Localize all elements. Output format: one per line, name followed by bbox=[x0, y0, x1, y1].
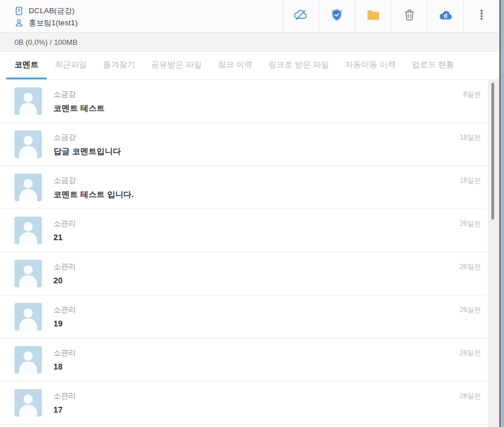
toolbar: d bbox=[282, 0, 499, 32]
tab[interactable]: 링크 이력 bbox=[210, 52, 260, 79]
comment-author: 소관리 bbox=[53, 305, 460, 315]
tab-bar: 코멘트 최근파일 즐겨찾기 공유받은 파일 링크 이력 링크로 받은 파일 자동… bbox=[0, 52, 499, 80]
comment-text: 코멘트 테스트 입니다. bbox=[53, 190, 460, 200]
comment-list-area: 소금강 코멘트 테스트 6일전 bbox=[0, 80, 499, 427]
identity-block: DCLAB(금강) 홍보팀1(test1) bbox=[0, 0, 78, 32]
user-row: 홍보팀1(test1) bbox=[14, 17, 78, 29]
tab[interactable]: 코멘트 bbox=[6, 52, 47, 79]
cloud-sync-icon: d bbox=[438, 7, 453, 25]
shield-check-button[interactable] bbox=[318, 0, 355, 32]
comment-text: 20 bbox=[53, 276, 460, 285]
avatar bbox=[14, 217, 42, 244]
comment-body: 소관리 18 bbox=[53, 346, 460, 381]
comment-author: 소관리 bbox=[53, 218, 460, 229]
avatar bbox=[14, 389, 42, 417]
user-name: 홍보팀1(test1) bbox=[29, 18, 78, 28]
comment-row[interactable]: 소관리 21 26일전 bbox=[0, 209, 488, 252]
storage-bar: 0B (0,0%) / 100MB bbox=[0, 33, 499, 52]
comment-author: 소금강 bbox=[53, 89, 463, 99]
comment-list: 소금강 코멘트 테스트 6일전 bbox=[0, 80, 488, 425]
more-options-button[interactable] bbox=[463, 0, 499, 32]
avatar bbox=[14, 260, 42, 287]
comment-row[interactable]: 소관리 18 26일전 bbox=[0, 338, 488, 382]
comment-text: 21 bbox=[53, 233, 460, 242]
building-icon bbox=[14, 6, 24, 16]
tab[interactable]: 최근파일 bbox=[47, 52, 95, 79]
comment-body: 소관리 19 bbox=[53, 303, 460, 338]
comment-body: 소금강 답글 코멘트입니다 bbox=[53, 130, 460, 166]
comment-text: 18 bbox=[53, 362, 460, 371]
storage-usage-text: 0B (0,0%) / 100MB bbox=[14, 38, 78, 47]
comment-body: 소금강 코멘트 테스트 bbox=[53, 87, 463, 122]
comment-row[interactable]: 소금강 코멘트 테스트 6일전 bbox=[0, 80, 488, 123]
comment-author: 소금강 bbox=[53, 132, 460, 143]
tab[interactable]: 자동이동 이력 bbox=[337, 52, 404, 79]
comment-text: 19 bbox=[53, 319, 460, 328]
comment-body: 소관리 17 bbox=[53, 389, 460, 424]
avatar bbox=[14, 87, 42, 115]
comment-row[interactable]: 소관리 20 26일전 bbox=[0, 252, 488, 295]
comment-author: 소관리 bbox=[53, 391, 460, 401]
comment-time: 18일전 bbox=[460, 133, 481, 166]
cloud-panel: DCLAB(금강) 홍보팀1(test1) bbox=[0, 0, 501, 427]
comment-time: 26일전 bbox=[460, 391, 481, 424]
header: DCLAB(금강) 홍보팀1(test1) bbox=[0, 0, 499, 33]
tab[interactable]: 링크로 받은 파일 bbox=[260, 52, 337, 79]
comment-time: 26일전 bbox=[460, 348, 481, 381]
team-row: DCLAB(금강) bbox=[14, 5, 78, 17]
comment-body: 소관리 21 bbox=[53, 217, 460, 252]
comment-author: 소관리 bbox=[53, 348, 460, 358]
more-options-icon bbox=[475, 7, 488, 25]
comment-body: 소관리 20 bbox=[53, 260, 460, 295]
tab[interactable]: 업로드 현황 bbox=[403, 52, 462, 79]
user-icon bbox=[14, 18, 24, 28]
app-window: DCLAB(금강) 홍보팀1(test1) bbox=[0, 0, 504, 427]
svg-text:d: d bbox=[443, 11, 447, 18]
comment-time: 26일전 bbox=[460, 219, 481, 252]
comment-row[interactable]: 소관리 19 26일전 bbox=[0, 295, 488, 338]
cloud-off-icon bbox=[293, 7, 308, 25]
folder-button[interactable] bbox=[355, 0, 391, 32]
comment-body: 소금강 코멘트 테스트 입니다. bbox=[53, 174, 460, 209]
team-name: DCLAB(금강) bbox=[29, 6, 75, 16]
comment-row[interactable]: 소관리 17 26일전 bbox=[0, 382, 488, 425]
avatar bbox=[14, 130, 42, 158]
tab[interactable]: 즐겨찾기 bbox=[95, 52, 143, 79]
comment-time: 26일전 bbox=[460, 305, 481, 338]
comment-author: 소금강 bbox=[53, 175, 460, 186]
window-background-strip bbox=[501, 0, 504, 427]
avatar bbox=[14, 303, 42, 330]
comment-text: 답글 코멘트입니다 bbox=[53, 147, 460, 157]
comment-row[interactable]: 소금강 코멘트 테스트 입니다. 18일전 bbox=[0, 166, 488, 209]
comment-time: 6일전 bbox=[463, 90, 481, 122]
avatar bbox=[14, 174, 42, 201]
scrollbar-thumb[interactable] bbox=[491, 83, 494, 220]
comment-text: 코멘트 테스트 bbox=[53, 103, 463, 114]
folder-icon bbox=[366, 7, 381, 25]
comment-row[interactable]: 소금강 답글 코멘트입니다 18일전 bbox=[0, 123, 488, 166]
avatar bbox=[14, 346, 42, 374]
comment-time: 18일전 bbox=[460, 176, 481, 209]
cloud-off-button[interactable] bbox=[282, 0, 318, 32]
tab[interactable]: 공유받은 파일 bbox=[143, 52, 210, 79]
scrollbar[interactable] bbox=[488, 80, 499, 427]
trash-button[interactable] bbox=[391, 0, 427, 32]
trash-icon bbox=[402, 8, 417, 25]
comment-time: 26일전 bbox=[460, 262, 481, 295]
cloud-sync-button[interactable]: d bbox=[427, 0, 463, 32]
comment-author: 소관리 bbox=[53, 261, 460, 272]
shield-check-icon bbox=[329, 7, 344, 25]
comment-text: 17 bbox=[53, 405, 460, 414]
